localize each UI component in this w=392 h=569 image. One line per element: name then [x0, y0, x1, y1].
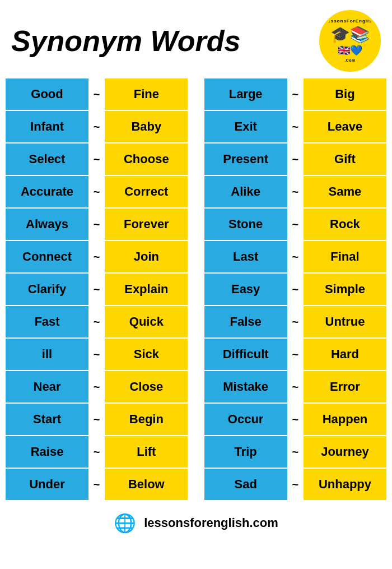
right-synonym-cell: Final [303, 240, 387, 273]
table-row: Clarify ~ Explain Easy ~ Simple [5, 273, 387, 306]
table-row: Near ~ Close Mistake ~ Error [5, 371, 387, 403]
table-row: Fast ~ Quick False ~ Untrue [5, 306, 387, 338]
right-tilde-cell: ~ [288, 143, 303, 175]
left-tilde-cell: ~ [89, 273, 104, 306]
spacer-cell [188, 306, 203, 338]
right-synonym-cell: Simple [303, 273, 387, 306]
left-synonym-cell: Join [104, 240, 188, 273]
left-word-cell: Raise [5, 436, 89, 468]
right-tilde-cell: ~ [288, 175, 303, 208]
right-tilde-cell: ~ [288, 468, 303, 501]
right-tilde-cell: ~ [288, 371, 303, 403]
left-word-cell: Start [5, 403, 89, 436]
left-word-cell: Clarify [5, 273, 89, 306]
left-synonym-cell: Below [104, 468, 188, 501]
right-tilde-cell: ~ [288, 273, 303, 306]
left-word-cell: Infant [5, 110, 89, 143]
right-synonym-cell: Error [303, 371, 387, 403]
left-tilde-cell: ~ [89, 78, 104, 110]
left-word-cell: Accurate [5, 175, 89, 208]
footer-url: lessonsforenglish.com [144, 516, 278, 530]
left-word-cell: ill [5, 338, 89, 371]
left-synonym-cell: Choose [104, 143, 188, 175]
right-synonym-cell: Big [303, 78, 387, 110]
right-word-cell: Mistake [204, 371, 288, 403]
spacer-cell [188, 403, 203, 436]
table-row: ill ~ Sick Difficult ~ Hard [5, 338, 387, 371]
spacer-cell [188, 78, 203, 110]
table-row: Raise ~ Lift Trip ~ Journey [5, 436, 387, 468]
left-tilde-cell: ~ [89, 175, 104, 208]
right-synonym-cell: Rock [303, 208, 387, 240]
right-synonym-cell: Hard [303, 338, 387, 371]
left-word-cell: Select [5, 143, 89, 175]
spacer-cell [188, 110, 203, 143]
left-tilde-cell: ~ [89, 110, 104, 143]
left-tilde-cell: ~ [89, 468, 104, 501]
right-synonym-cell: Untrue [303, 306, 387, 338]
left-synonym-cell: Close [104, 371, 188, 403]
left-word-cell: Good [5, 78, 89, 110]
left-tilde-cell: ~ [89, 403, 104, 436]
right-synonym-cell: Unhappy [303, 468, 387, 501]
logo-books-icon: 🎓📚 [324, 25, 375, 44]
left-word-cell: Fast [5, 306, 89, 338]
right-word-cell: Easy [204, 273, 288, 306]
table-row: Connect ~ Join Last ~ Final [5, 240, 387, 273]
left-synonym-cell: Correct [104, 175, 188, 208]
table-row: Accurate ~ Correct Alike ~ Same [5, 175, 387, 208]
table-row: Always ~ Forever Stone ~ Rock [5, 208, 387, 240]
left-tilde-cell: ~ [89, 240, 104, 273]
left-word-cell: Connect [5, 240, 89, 273]
left-tilde-cell: ~ [89, 208, 104, 240]
right-word-cell: Present [204, 143, 288, 175]
right-word-cell: Difficult [204, 338, 288, 371]
spacer-cell [188, 273, 203, 306]
logo-text-bottom: .Com [344, 58, 356, 62]
right-tilde-cell: ~ [288, 240, 303, 273]
table-row: Under ~ Below Sad ~ Unhappy [5, 468, 387, 501]
right-tilde-cell: ~ [288, 110, 303, 143]
spacer-cell [188, 338, 203, 371]
right-word-cell: Sad [204, 468, 288, 501]
left-synonym-cell: Quick [104, 306, 188, 338]
right-tilde-cell: ~ [288, 338, 303, 371]
right-word-cell: Stone [204, 208, 288, 240]
right-synonym-cell: Gift [303, 143, 387, 175]
spacer-cell [188, 240, 203, 273]
synonym-table-container: Good ~ Fine Large ~ Big Infant ~ Baby Ex… [0, 77, 392, 506]
header: Synonym Words LessonsForEnglish 🎓📚 🇬🇧💙 .… [0, 0, 392, 77]
right-tilde-cell: ~ [288, 78, 303, 110]
left-word-cell: Under [5, 468, 89, 501]
left-synonym-cell: Forever [104, 208, 188, 240]
left-synonym-cell: Begin [104, 403, 188, 436]
right-word-cell: Large [204, 78, 288, 110]
right-word-cell: False [204, 306, 288, 338]
table-row: Start ~ Begin Occur ~ Happen [5, 403, 387, 436]
left-tilde-cell: ~ [89, 371, 104, 403]
right-word-cell: Alike [204, 175, 288, 208]
table-row: Select ~ Choose Present ~ Gift [5, 143, 387, 175]
left-synonym-cell: Baby [104, 110, 188, 143]
page-title: Synonym Words [11, 26, 240, 55]
right-tilde-cell: ~ [288, 306, 303, 338]
left-synonym-cell: Sick [104, 338, 188, 371]
logo-flag-icon: 🇬🇧💙 [324, 45, 375, 57]
left-word-cell: Near [5, 371, 89, 403]
spacer-cell [188, 436, 203, 468]
left-word-cell: Always [5, 208, 89, 240]
right-word-cell: Last [204, 240, 288, 273]
spacer-cell [188, 468, 203, 501]
logo-text-top: LessonsForEnglish [324, 18, 375, 24]
right-synonym-cell: Journey [303, 436, 387, 468]
spacer-cell [188, 175, 203, 208]
spacer-cell [188, 371, 203, 403]
right-tilde-cell: ~ [288, 436, 303, 468]
right-synonym-cell: Leave [303, 110, 387, 143]
right-word-cell: Exit [204, 110, 288, 143]
footer: 🌐 lessonsforenglish.com [0, 506, 392, 540]
spacer-cell [188, 143, 203, 175]
right-synonym-cell: Happen [303, 403, 387, 436]
right-tilde-cell: ~ [288, 208, 303, 240]
right-word-cell: Trip [204, 436, 288, 468]
